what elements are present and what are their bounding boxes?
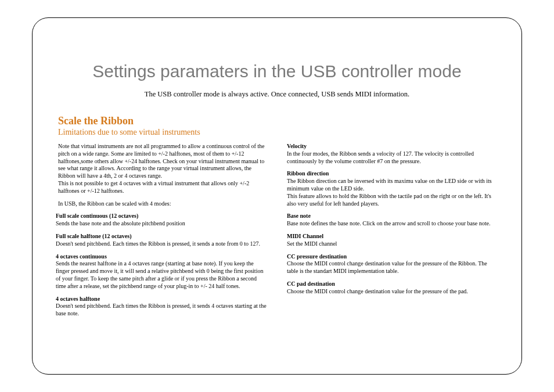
mode-text: Doesn't send pitchbend. Each times the R… xyxy=(56,303,267,317)
param-label: Base note xyxy=(287,213,311,219)
param-label: Velocity xyxy=(287,143,307,149)
right-column: Velocity In the four modes, the Ribbon s… xyxy=(287,143,498,323)
param-item: Velocity In the four modes, the Ribbon s… xyxy=(287,143,498,165)
param-item: MIDI Channel Set the MIDI channel xyxy=(287,233,498,248)
param-item: Ribbon direction The Ribbon direction ca… xyxy=(287,170,498,207)
page-subtitle: The USB controller mode is always active… xyxy=(56,90,498,99)
param-text: Choose the MIDI control change destinati… xyxy=(287,288,468,294)
mode-item: Full scale halftone (12 octaves) Doesn't… xyxy=(56,233,267,248)
page-title: Settings paramaters in the USB controlle… xyxy=(56,62,498,81)
param-label: CC pressure destination xyxy=(287,253,347,260)
param-text: Base note defines the base note. Click o… xyxy=(287,220,490,226)
param-item: Base note Base note defines the base not… xyxy=(287,213,498,228)
mode-label: 4 octaves halftone xyxy=(56,296,100,302)
param-label: CC pad destination xyxy=(287,280,335,287)
param-item: CC pad destination Choose the MIDI contr… xyxy=(287,280,498,296)
modes-intro: In USB, the Ribbon can be scaled with 4 … xyxy=(58,200,267,208)
param-text: In the four modes, the Ribbon sends a ve… xyxy=(287,150,474,164)
param-item: CC pressure destination Choose the MIDI … xyxy=(287,253,498,275)
section-subheading: Limitations due to some virtual instrume… xyxy=(58,128,498,137)
param-text: Choose the MIDI control change destinati… xyxy=(287,260,487,274)
param-text-2: This feature allows to hold the Ribbon w… xyxy=(287,193,491,207)
param-text: Set the MIDI channel xyxy=(287,240,337,247)
mode-text: Sends the base note and the absolute pit… xyxy=(56,220,185,226)
mode-label: 4 octaves continuous xyxy=(56,253,107,260)
intro-text-1: Note that virtual instruments are not al… xyxy=(58,143,264,179)
content-columns: Note that virtual instruments are not al… xyxy=(56,143,498,323)
left-column: Note that virtual instruments are not al… xyxy=(56,143,267,323)
mode-label: Full scale halftone (12 octaves) xyxy=(56,233,132,239)
section-heading: Scale the Ribbon xyxy=(58,115,498,127)
mode-item: 4 octaves halftone Doesn't send pitchben… xyxy=(56,296,267,318)
intro-text-2: This is not possible to get 4 octaves wi… xyxy=(58,180,249,194)
mode-item: 4 octaves continuous Sends the nearest h… xyxy=(56,253,267,290)
section-header: Scale the Ribbon Limitations due to some… xyxy=(58,115,498,137)
param-text: The Ribbon direction can be inversed wit… xyxy=(287,178,492,192)
mode-text: Sends the nearest halftone in a 4 octave… xyxy=(56,260,263,289)
mode-item: Full scale continuous (12 octaves) Sends… xyxy=(56,213,267,228)
param-label: Ribbon direction xyxy=(287,170,329,177)
mode-text: Doesn't send pitchbend. Each times the R… xyxy=(56,240,260,247)
intro-paragraph: Note that virtual instruments are not al… xyxy=(58,143,267,195)
page-frame: Settings paramaters in the USB controlle… xyxy=(32,17,522,375)
mode-label: Full scale continuous (12 octaves) xyxy=(56,213,138,219)
param-label: MIDI Channel xyxy=(287,233,323,239)
